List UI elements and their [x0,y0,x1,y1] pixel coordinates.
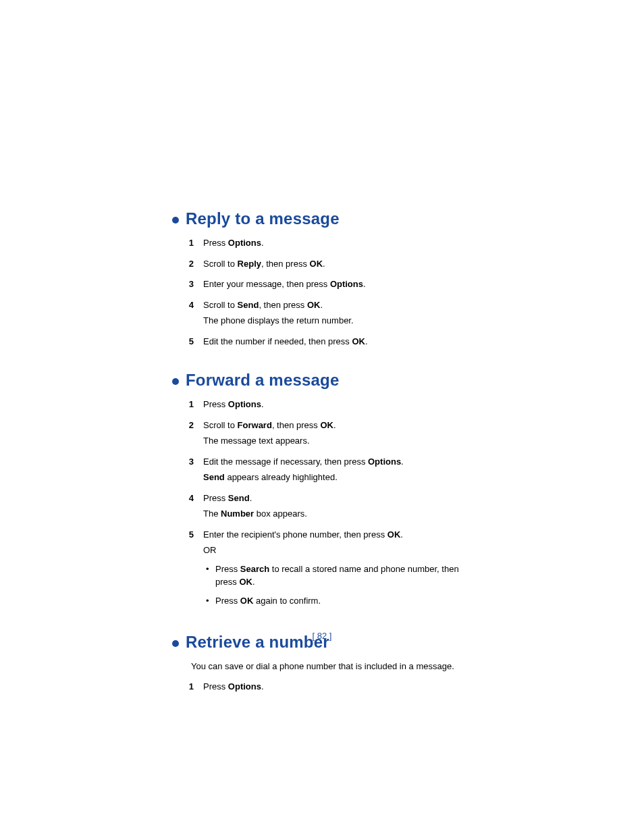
step-text: Enter your message, then press Options. [203,278,468,291]
step-text: OR [203,544,468,557]
step-number: 1 [187,236,194,253]
section-title: Forward a message [186,371,340,390]
step-number: 5 [187,528,194,613]
step-text: Send appears already highlighted. [203,471,468,484]
step-body: Enter the recipient's phone number, then… [203,528,468,613]
step-text: Press Send. [203,492,468,505]
section: Retrieve a numberYou can save or dial a … [172,633,468,696]
step-number: 4 [187,298,194,330]
section-heading: Reply to a message [172,209,468,228]
sub-item: Press OK again to confirm. [215,594,468,608]
section-heading: Forward a message [172,371,468,390]
list-item: 5Edit the number if needed, then press O… [187,335,468,351]
page-content: Reply to a message1Press Options.2Scroll… [0,0,644,696]
step-number: 2 [187,257,194,273]
section: Reply to a message1Press Options.2Scroll… [172,209,468,350]
step-body: Scroll to Send, then press OK.The phone … [203,298,468,330]
step-text: The message text appears. [203,434,468,448]
step-text: The phone displays the return number. [203,314,468,328]
list-item: 2Scroll to Forward, then press OK.The me… [187,419,468,450]
step-body: Scroll to Forward, then press OK.The mes… [203,419,468,450]
step-text: Edit the message if necessary, then pres… [203,455,468,469]
step-number: 2 [187,419,194,450]
list-item: 3Enter your message, then press Options. [187,278,468,294]
step-list: 1Press Options.2Scroll to Forward, then … [187,398,468,613]
step-body: Press Send.The Number box appears. [203,492,468,523]
sub-list: Press Search to recall a stored name and… [203,563,468,608]
section-title: Reply to a message [186,209,340,228]
step-number: 3 [187,455,194,487]
step-text: Press Options. [203,236,468,250]
step-text: Scroll to Reply, then press OK. [203,257,468,271]
step-number: 1 [187,398,194,414]
list-item: 1Press Options. [187,680,468,696]
step-body: Scroll to Reply, then press OK. [203,257,468,273]
section: Forward a message1Press Options.2Scroll … [172,371,468,613]
step-number: 3 [187,278,194,294]
step-list: 1Press Options.2Scroll to Reply, then pr… [187,236,468,350]
bullet-icon [172,378,179,385]
list-item: 3Edit the message if necessary, then pre… [187,455,468,487]
bullet-icon [172,217,179,224]
step-body: Edit the number if needed, then press OK… [203,335,468,351]
step-body: Press Options. [203,236,468,253]
step-text: The Number box appears. [203,507,468,521]
step-text: Scroll to Send, then press OK. [203,298,468,312]
page-number: [ 82 ] [0,631,644,641]
step-text: Edit the number if needed, then press OK… [203,335,468,348]
step-text: Press Options. [203,398,468,411]
list-item: 4Press Send.The Number box appears. [187,492,468,523]
step-text: Enter the recipient's phone number, then… [203,528,468,542]
step-number: 5 [187,335,194,351]
step-text: Press Options. [203,680,468,694]
bullet-icon [172,640,179,647]
list-item: 2Scroll to Reply, then press OK. [187,257,468,273]
step-body: Edit the message if necessary, then pres… [203,455,468,487]
step-body: Enter your message, then press Options. [203,278,468,294]
step-number: 1 [187,680,194,696]
section-intro: You can save or dial a phone number that… [191,660,468,673]
step-text: Scroll to Forward, then press OK. [203,419,468,432]
step-number: 4 [187,492,194,523]
step-body: Press Options. [203,398,468,414]
sub-item: Press Search to recall a stored name and… [215,563,468,589]
list-item: 5Enter the recipient's phone number, the… [187,528,468,613]
step-body: Press Options. [203,680,468,696]
list-item: 1Press Options. [187,398,468,414]
list-item: 4Scroll to Send, then press OK.The phone… [187,298,468,330]
list-item: 1Press Options. [187,236,468,253]
step-list: 1Press Options. [187,680,468,696]
